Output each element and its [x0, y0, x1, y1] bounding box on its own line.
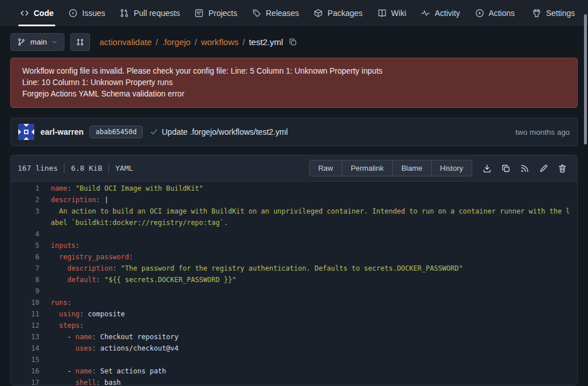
file-view-buttons: RawPermalinkBlameHistory [309, 160, 472, 176]
tab-activity[interactable]: Activity [413, 0, 467, 26]
compare-button[interactable] [70, 33, 90, 51]
error-line: Forgejo Actions YAML Schema validation e… [22, 89, 566, 100]
line-number[interactable]: 1 [11, 183, 51, 194]
line-number[interactable]: 16 [11, 365, 51, 377]
commit-hash-badge[interactable]: abab65450d [90, 126, 142, 138]
code-line: 5inputs: [11, 240, 577, 251]
branch-selector[interactable]: main [10, 33, 64, 51]
breadcrumb-item--forgejo[interactable]: .forgejo [162, 37, 190, 47]
error-line: Workflow config file is invalid. Please … [22, 66, 566, 77]
file-action-icons [482, 164, 567, 173]
history-button[interactable]: History [432, 160, 472, 176]
code-line: 2description: | [11, 194, 577, 206]
pulse-icon [421, 9, 430, 18]
code-line: 4 [11, 228, 577, 240]
git-branch-icon [17, 38, 26, 46]
file-meta: 167 lines 6.8 KiB YAML [18, 164, 133, 173]
line-number[interactable]: 12 [11, 320, 51, 331]
tab-projects[interactable]: Projects [187, 0, 245, 26]
file-toolbar: main actionvalidate/.forgejo/workflows/t… [10, 33, 578, 51]
delete-icon[interactable] [558, 164, 567, 173]
book-icon [378, 9, 387, 18]
line-number[interactable]: 5 [11, 240, 51, 251]
code-line: 17 shell: bash [11, 377, 577, 385]
line-content: default: "${{ secrets.DOCKER_PASSWORD }}… [51, 274, 577, 286]
error-line: Line: 10 Column 1: Unknown Property runs [22, 77, 566, 89]
tab-pull-requests[interactable]: Pull requests [112, 0, 187, 26]
permalink-button[interactable]: Permalink [342, 160, 393, 176]
commit-status-check-icon[interactable] [150, 128, 158, 136]
code-line: 3 An action to build an OCI image with B… [11, 206, 577, 228]
code-line: 12 steps: [11, 320, 577, 331]
line-number[interactable]: 6 [11, 251, 51, 263]
line-content: An action to build an OCI image with Bui… [51, 206, 577, 228]
tab-label: Settings [546, 9, 575, 18]
line-number[interactable]: 8 [11, 274, 51, 286]
tab-actions[interactable]: Actions [468, 0, 522, 26]
code-line: 1name: "Build OCI Image with BuildKit" [11, 183, 577, 194]
line-number[interactable]: 15 [11, 354, 51, 365]
tab-settings[interactable]: Settings [525, 0, 582, 26]
code-view: 1name: "Build OCI Image with BuildKit"2d… [11, 182, 577, 385]
blame-button[interactable]: Blame [393, 160, 432, 176]
chevron-down-icon [51, 39, 58, 45]
line-number[interactable]: 17 [11, 377, 51, 385]
commit-message[interactable]: Update .forgejo/workflows/test2.yml [162, 127, 288, 136]
file-language: YAML [115, 164, 133, 172]
line-number[interactable]: 7 [11, 263, 51, 274]
line-number[interactable]: 10 [11, 297, 51, 308]
line-number[interactable]: 4 [11, 228, 51, 240]
divider [108, 164, 109, 173]
breadcrumb-item-actionvalidate[interactable]: actionvalidate [99, 37, 152, 47]
package-icon [314, 9, 323, 18]
file-size: 6.8 KiB [71, 164, 102, 172]
tab-label: Projects [208, 9, 237, 18]
project-icon [194, 9, 204, 18]
code-line: 10runs: [11, 297, 577, 308]
line-number[interactable]: 13 [11, 331, 51, 343]
line-content: name: "Build OCI Image with BuildKit" [51, 183, 577, 194]
divider [64, 164, 64, 173]
breadcrumb-item-workflows[interactable]: workflows [201, 37, 238, 47]
tab-label: Packages [327, 9, 362, 18]
avatar[interactable] [18, 124, 34, 140]
play-circle-icon [475, 9, 484, 18]
tab-releases[interactable]: Releases [245, 0, 306, 26]
rss-icon[interactable] [520, 164, 529, 173]
line-content: registry_password: [51, 251, 577, 263]
commit-author[interactable]: earl-warren [40, 127, 83, 136]
line-content [51, 228, 577, 240]
line-number[interactable]: 3 [11, 206, 51, 228]
line-number[interactable]: 11 [11, 308, 51, 320]
tab-packages[interactable]: Packages [306, 0, 370, 26]
line-content: steps: [51, 320, 577, 331]
line-content: - name: Checkout repository [51, 331, 577, 343]
download-icon[interactable] [482, 164, 492, 173]
page-scrollbar[interactable] [584, 14, 587, 144]
repo-tab-bar: CodeIssuesPull requestsProjectsReleasesP… [0, 0, 588, 27]
file-view: 167 lines 6.8 KiB YAML RawPermalinkBlame… [10, 155, 578, 385]
breadcrumb-separator: / [156, 37, 158, 47]
raw-button[interactable]: Raw [309, 160, 342, 176]
tab-label: Activity [435, 9, 460, 18]
tag-icon [252, 9, 261, 18]
code-line: 6 registry_password: [11, 251, 577, 263]
line-number[interactable]: 14 [11, 343, 51, 354]
tab-label: Actions [489, 9, 515, 18]
copy-file-icon[interactable] [501, 164, 510, 173]
git-compare-icon [76, 38, 84, 46]
tab-issues[interactable]: Issues [61, 0, 112, 26]
copy-path-icon[interactable] [289, 38, 297, 46]
line-content [51, 354, 577, 365]
line-number[interactable]: 9 [11, 286, 51, 297]
tab-code[interactable]: Code [13, 0, 61, 26]
line-content: uses: actions/checkout@v4 [51, 343, 577, 354]
file-header: 167 lines 6.8 KiB YAML RawPermalinkBlame… [11, 155, 577, 182]
tab-label: Issues [82, 9, 105, 18]
edit-icon[interactable] [539, 164, 548, 173]
line-content: description: "The password for the regis… [51, 263, 577, 274]
line-number[interactable]: 2 [11, 194, 51, 206]
line-content: description: | [51, 194, 577, 206]
line-content [51, 286, 577, 297]
tab-wiki[interactable]: Wiki [370, 0, 413, 26]
